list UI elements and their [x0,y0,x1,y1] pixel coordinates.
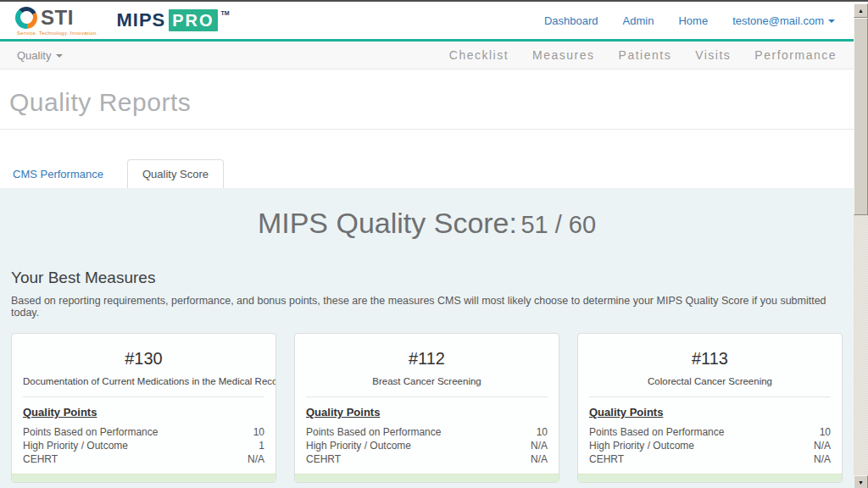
quality-points-header: Quality Points [589,406,831,419]
vertical-scrollbar[interactable]: ▲ ▼ [854,3,868,488]
measure-number: #130 [23,349,264,369]
tab-quality-score[interactable]: Quality Score [127,159,224,188]
quality-score-panel: MIPS Quality Score: 51 / 60 Your Best Me… [0,188,854,488]
point-label: CEHRT [23,452,58,466]
point-value: 10 [820,425,831,439]
sti-logo: STI Service. Technology. Innovation. [15,6,97,36]
measure-card-113: #113 Colorectal Cancer Screening Quality… [577,333,843,483]
score-value: 51 / 60 [520,211,596,238]
measure-total-value: 11 [253,480,264,483]
measure-card-130: #130 Documentation of Current Medication… [11,333,276,483]
sti-wordmark: STI [41,6,74,30]
title-bar: Quality Reports [0,69,854,130]
point-label: CEHRT [306,452,341,466]
point-label: Points Based on Performance [306,425,441,439]
user-email: testone@mail.com [732,14,824,27]
divider [306,396,548,397]
mips-wordmark: MIPS [116,9,165,31]
point-row: Points Based on Performance 10 [306,425,548,439]
pro-wordmark: PRO [169,9,217,31]
measure-total-label: Measure Total [306,480,379,483]
subnav-item-checklist[interactable]: Checklist [449,48,509,62]
point-value: 1 [259,439,264,452]
quality-points-header: Quality Points [306,406,548,419]
scroll-down-button[interactable]: ▼ [854,475,868,488]
measure-total-label: Measure Total [589,480,662,483]
measure-total-row: Measure Total 10 [578,474,842,483]
measure-number: #113 [589,349,831,369]
caret-down-icon [828,19,835,23]
point-value: N/A [814,452,831,466]
point-value: N/A [531,452,548,466]
scroll-down-icon: ▼ [858,480,864,485]
top-nav: Dashboard Admin Home testone@mail.com [544,14,835,27]
subnav-item-visits[interactable]: Visits [695,48,731,62]
trademark-symbol: TM [221,10,230,16]
scrollbar-thumb[interactable] [854,18,868,215]
point-label: Points Based on Performance [23,425,158,439]
point-row: CEHRT N/A [23,452,264,466]
sti-tagline: Service. Technology. Innovation. [17,30,97,36]
measure-cards: #130 Documentation of Current Medication… [11,333,843,483]
caret-down-icon [56,54,63,58]
measure-name: Documentation of Current Medications in … [23,376,264,386]
measure-total-label: Measure Total [23,480,96,483]
app-window: STI Service. Technology. Innovation. MIP… [0,0,868,488]
divider [23,396,264,397]
point-label: High Priority / Outcome [589,439,694,452]
measure-name: Breast Cancer Screening [306,376,548,386]
sti-logo-top: STI [15,6,74,30]
mips-score-heading: MIPS Quality Score: 51 / 60 [11,188,843,240]
scroll-up-icon: ▲ [858,8,864,14]
measure-card-112: #112 Breast Cancer Screening Quality Poi… [294,333,559,483]
subnav-item-patients[interactable]: Patients [619,48,672,62]
subnav-items: Checklist Measures Patients Visits Perfo… [449,48,837,62]
point-value: N/A [814,439,831,452]
measure-number: #112 [306,349,548,369]
tab-cms-performance[interactable]: CMS Performance [0,160,116,188]
point-value: N/A [248,452,264,466]
quality-points-header: Quality Points [23,406,264,419]
brand-group: STI Service. Technology. Innovation. MIP… [15,6,230,36]
scroll-up-button[interactable]: ▲ [854,3,868,18]
point-row: Points Based on Performance 10 [23,425,264,439]
point-row: CEHRT N/A [306,452,548,466]
point-label: CEHRT [589,452,624,466]
measure-total-value: 10 [536,480,548,483]
subnav: Quality Checklist Measures Patients Visi… [0,42,854,69]
quality-dropdown-label: Quality [17,49,51,62]
page: STI Service. Technology. Innovation. MIP… [0,2,854,488]
point-label: Points Based on Performance [589,425,724,439]
measure-total-row: Measure Total 10 [295,474,559,483]
subnav-item-performance[interactable]: Performance [754,48,837,62]
point-row: High Priority / Outcome 1 [23,439,264,452]
measure-total-value: 10 [819,480,831,483]
measure-total-row: Measure Total 11 [12,474,275,483]
header: STI Service. Technology. Innovation. MIP… [0,2,854,42]
point-row: CEHRT N/A [589,452,831,466]
best-measures-title: Your Best Measures [11,269,843,287]
nav-link-admin[interactable]: Admin [623,14,654,27]
best-measures-subtitle: Based on reporting requirements, perform… [11,295,843,319]
point-row: Points Based on Performance 10 [589,425,831,439]
nav-link-home[interactable]: Home [678,14,708,27]
sti-ring-icon [15,7,37,29]
divider [589,396,831,397]
tab-bar: CMS Performance Quality Score [0,158,854,188]
score-title: MIPS Quality Score: [258,207,517,239]
point-row: High Priority / Outcome N/A [306,439,548,452]
point-row: High Priority / Outcome N/A [589,439,831,452]
user-menu[interactable]: testone@mail.com [732,14,835,27]
subnav-item-measures[interactable]: Measures [532,48,594,62]
page-title: Quality Reports [9,88,844,117]
point-value: N/A [531,439,548,452]
point-value: 10 [537,425,548,439]
nav-link-dashboard[interactable]: Dashboard [544,14,598,27]
quality-dropdown[interactable]: Quality [17,49,63,62]
point-label: High Priority / Outcome [306,439,411,452]
point-value: 10 [253,425,264,439]
point-label: High Priority / Outcome [23,439,128,452]
mipspro-logo: MIPS PRO TM [116,9,229,31]
measure-name: Colorectal Cancer Screening [589,376,831,386]
